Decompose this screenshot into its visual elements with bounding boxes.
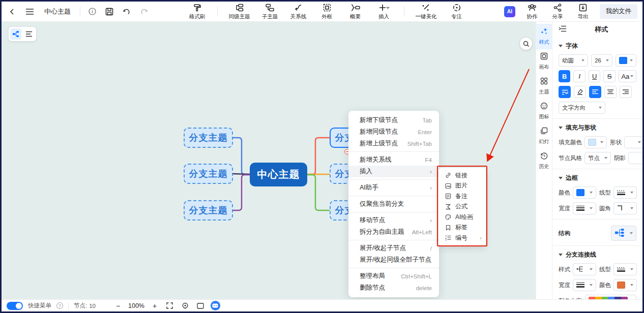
submenu-arrow-icon: › [430,184,432,192]
underline-button[interactable]: U [589,70,600,82]
rail-item-icons[interactable]: 图标 [536,99,552,124]
align-center-button[interactable] [604,86,617,98]
rail-item-style[interactable]: 样式 [536,24,552,49]
branch-node[interactable]: 分支主题 [184,128,233,148]
menu-item-delete-node[interactable]: 删除节点delete [348,282,439,294]
insert-tool[interactable]: 插入 [375,3,393,20]
menu-item-insert[interactable]: 插入› [348,166,439,177]
color-scheme-select[interactable] [585,295,636,299]
node-style-select[interactable]: 节点 [584,152,611,164]
ai-badge[interactable]: AI [504,6,515,17]
font-size-select[interactable]: 26 [591,54,612,67]
submenu-item-link[interactable]: 链接 [439,170,486,181]
help-icon[interactable]: ? [56,302,63,309]
beautify-tool[interactable]: 一键美化 [416,3,437,20]
submenu-item-numbering[interactable]: 编号› [439,233,486,243]
menu-item-toggle-sibling-children[interactable]: 展开/收起同级全部子节点 [348,254,439,266]
menu-item-add-child[interactable]: 新增下级节点Tab [348,114,439,126]
sibling-topic-tool[interactable]: 同级主题 [229,3,250,20]
center-node[interactable]: 中心主题 [250,163,307,186]
highlight-button[interactable] [574,86,586,98]
zoom-out-button[interactable]: − [113,301,123,311]
menu-item-move-node[interactable]: 移动节点› [348,214,439,226]
mindmap-canvas[interactable]: 分支主题 分支主题 分支主题 中心主题 分支主题 分支主题 分支主题 [2,22,539,299]
share-tool[interactable]: 分享 [549,3,566,20]
text-case-button[interactable]: Aa [619,70,636,82]
child-topic-tool[interactable]: 子主题 [261,3,279,20]
rail-item-theme[interactable]: 主题 [536,74,552,99]
collapse-panel-icon[interactable] [559,25,567,34]
submenu-item-note[interactable]: 备注 [439,191,486,202]
shadow-select[interactable] [628,152,642,164]
export-tool[interactable]: 导出 [574,3,592,20]
border-line-type-select[interactable] [613,186,637,199]
collab-tool[interactable]: 协作 [523,3,541,20]
strikethrough-button[interactable]: S [603,70,615,82]
branch-node[interactable]: 分支主题 [184,200,233,221]
align-left-button[interactable] [589,86,601,98]
save-icon[interactable] [104,6,115,17]
menu-icon[interactable] [24,6,35,17]
minimap-icon[interactable] [195,301,206,311]
align-right-button[interactable] [620,86,632,98]
focus-tool[interactable]: 专注 [448,3,465,20]
back-button[interactable] [7,6,18,17]
zoom-in-button[interactable]: + [150,301,160,311]
section-branch-line[interactable]: 分支连接线 [559,251,636,259]
submenu-item-tag[interactable]: 标签 [439,223,486,233]
mindmap-view-button[interactable] [10,28,21,40]
menu-item-split-free-topic[interactable]: 拆分为自由主题Alt+Left [348,226,439,238]
undo-icon[interactable] [121,6,132,17]
submenu-item-formula[interactable]: 公式 [439,202,486,212]
font-family-select[interactable]: 幼圆 [559,54,588,67]
menu-item-add-relation[interactable]: 新增关系线F4 [348,154,439,166]
structure-select[interactable] [611,226,636,241]
menu-item-tidy-layout[interactable]: 整理布局Ctrl+Shift+L [348,270,439,282]
format-painter-tool[interactable]: 格式刷 [189,3,206,20]
rail-item-canvas[interactable]: 画布 [536,49,552,74]
search-button[interactable] [520,38,532,50]
text-wrap-button[interactable] [559,86,571,98]
rail-item-slides[interactable]: 幻灯 [536,124,552,149]
section-font[interactable]: 字体 [559,42,636,50]
ai-robot-icon[interactable] [211,301,220,310]
shape-select[interactable] [624,136,642,148]
font-color-select[interactable] [616,54,636,67]
italic-button[interactable]: I [573,70,585,82]
branch-line-type-select[interactable] [613,263,637,275]
section-fill-shape[interactable]: 填充与形状 [559,123,636,132]
summary-tool[interactable]: 概要 [347,3,364,20]
submenu-item-ai-drawing[interactable]: AI绘画 [439,212,486,223]
my-files-button[interactable]: 我的文件 [600,4,637,19]
boundary-tool[interactable]: 外框 [318,3,336,20]
border-radius-select[interactable] [613,202,637,214]
chevron-down-icon [642,157,642,159]
relation-line-tool[interactable]: 关系线 [290,3,307,20]
quick-menu-toggle[interactable] [7,302,23,310]
border-width-select[interactable] [573,202,596,214]
submenu-item-image[interactable]: 图片 [439,181,486,192]
border-color-select[interactable] [573,186,596,199]
menu-item-ai-assistant[interactable]: AI助手› [348,182,439,194]
share-icon [553,3,562,12]
menu-item-add-parent[interactable]: 新增上级节点Shift+Tab [348,138,439,149]
branch-width-select[interactable] [573,279,596,291]
document-title[interactable]: 中心主题 [41,6,74,18]
menu-item-add-sibling[interactable]: 新增同级节点Enter [348,126,439,138]
branch-node[interactable]: 分支主题 [184,164,233,184]
menu-item-focus-branch[interactable]: 仅聚焦当前分支 [348,198,439,210]
info-icon[interactable] [86,6,98,17]
menu-item-toggle-children[interactable]: 展开/收起子节点/ [348,242,439,254]
outline-view-button[interactable] [23,28,35,40]
style-wand-icon [540,27,548,37]
section-border[interactable]: 边框 [559,174,636,182]
text-direction-select[interactable]: 文字方向 [559,102,605,114]
rail-item-history[interactable]: 历史 [536,149,552,174]
branch-style-select[interactable] [573,263,596,275]
fill-color-select[interactable] [584,136,607,148]
fullscreen-icon[interactable] [165,301,175,311]
branch-color-select[interactable] [613,279,637,291]
locate-center-icon[interactable] [180,301,190,311]
bold-button[interactable]: B [559,70,570,82]
redo-icon[interactable] [138,6,150,17]
